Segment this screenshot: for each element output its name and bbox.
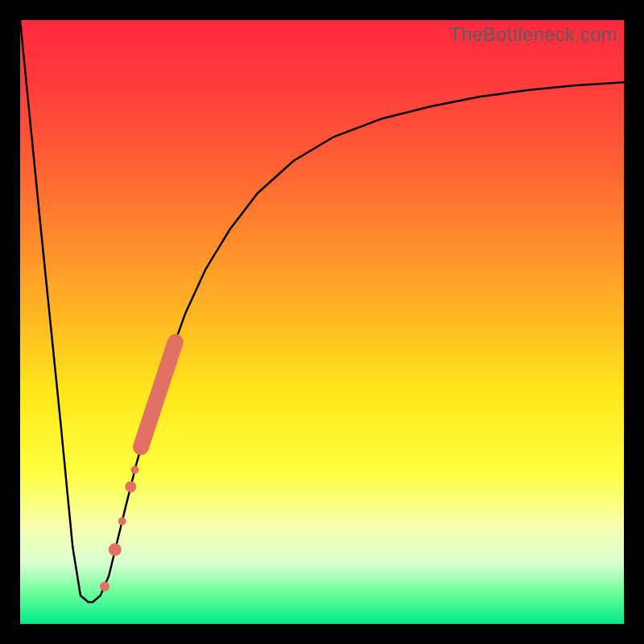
marker-3 [118,518,126,526]
chart-frame: TheBottleneck.com [0,0,644,644]
plot-area: TheBottleneck.com [20,20,624,624]
marker-1 [100,582,109,592]
marker-4 [125,481,136,493]
curve-curve [20,20,624,602]
marker-5 [131,466,139,474]
watermark-text: TheBottleneck.com [449,23,617,46]
thick-segment [141,342,175,448]
marker-2 [109,543,122,556]
chart-svg [20,20,624,624]
